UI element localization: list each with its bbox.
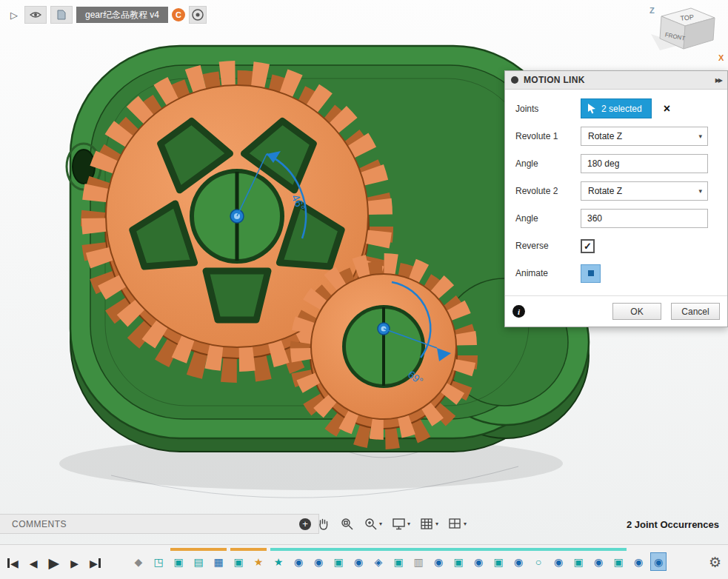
collaboration-badge[interactable]: C (172, 8, 185, 21)
angle2-row: Angle (515, 209, 718, 228)
timeline-feature-icon[interactable]: ◈ (370, 552, 387, 571)
navigation-toolbar: ▾ ▾ ▾ ▾ (315, 514, 468, 533)
zoom-magnifier-icon (364, 517, 378, 531)
timeline-joint-icon[interactable]: ◉ (550, 552, 567, 571)
browser-expand-icon[interactable]: ▷ (7, 8, 21, 22)
timeline-feature-icon[interactable]: ▣ (610, 552, 627, 571)
chevron-down-icon[interactable]: ▾ (435, 521, 438, 527)
timeline-joint-icon[interactable]: ◉ (350, 552, 367, 571)
revolute2-select[interactable]: Rotate Z ▾ (581, 181, 708, 201)
eye-icon (30, 10, 41, 19)
angle2-input[interactable] (581, 209, 708, 228)
angle1-input[interactable] (581, 154, 708, 173)
timeline-joint-icon[interactable]: ◉ (630, 552, 647, 571)
timeline-feature-icon[interactable]: ▣ (390, 552, 407, 571)
timeline-motion-link-icon[interactable]: ◉ (650, 552, 667, 571)
dialog-grip-icon (511, 76, 518, 84)
viewcube-x-axis-label: X (718, 53, 724, 62)
timeline-form-icon[interactable]: ◆ (130, 552, 147, 571)
chevron-down-icon: ▾ (698, 133, 702, 140)
revolute1-select[interactable]: Rotate Z ▾ (581, 127, 708, 146)
zoom-button[interactable]: ▾ (362, 516, 384, 532)
fit-magnifier-icon (340, 517, 354, 531)
timeline-component-icon[interactable]: ★ (270, 552, 287, 571)
document-button[interactable] (50, 6, 73, 24)
joints-selection-button[interactable]: 2 selected (581, 98, 652, 118)
play-button[interactable]: ▶ (49, 555, 60, 572)
step-forward-button[interactable]: ▶ (70, 558, 79, 569)
dialog-title: MOTION LINK (524, 75, 585, 85)
viewports-icon (448, 518, 462, 530)
dialog-footer: i OK Cancel (505, 295, 727, 327)
timeline-feature-icon[interactable]: ○ (530, 552, 547, 571)
timeline-group-bar[interactable] (270, 548, 627, 551)
timeline-feature-icon[interactable]: ▥ (410, 552, 427, 571)
reverse-row: Reverse ✓ (515, 236, 718, 255)
timeline-joint-icon[interactable]: ◉ (430, 552, 447, 571)
timeline-group-bar[interactable] (230, 548, 267, 551)
clear-selection-icon[interactable]: × (664, 103, 670, 115)
timeline-feature-icon[interactable]: ▣ (490, 552, 507, 571)
animate-row: Animate (515, 264, 718, 283)
chevron-down-icon[interactable]: ▾ (464, 521, 467, 527)
dialog-header[interactable]: MOTION LINK ▶▶ (505, 71, 727, 90)
chevron-down-icon: ▾ (698, 187, 702, 195)
dialog-collapse-icon[interactable]: ▶▶ (714, 76, 723, 85)
timeline-joint-icon[interactable]: ◉ (290, 552, 307, 571)
cancel-button[interactable]: Cancel (671, 303, 720, 320)
timeline-feature-icon[interactable]: ▦ (210, 552, 227, 571)
skip-to-end-button[interactable]: ▶ (90, 558, 101, 569)
timeline-joint-icon[interactable]: ◉ (590, 552, 607, 571)
step-back-button[interactable]: ◀ (30, 558, 38, 569)
timeline-feature-icon[interactable]: ▣ (230, 552, 247, 571)
add-comment-button[interactable]: + (299, 518, 311, 530)
timeline-group-bar[interactable] (170, 548, 227, 551)
timeline-component-icon[interactable]: ★ (250, 552, 267, 571)
pan-hand-icon (316, 517, 330, 531)
monitor-icon (392, 518, 406, 530)
document-title-tab[interactable]: gear纪念品教程 v4 (76, 7, 168, 23)
timeline-feature-icon[interactable]: ▤ (190, 552, 207, 571)
timeline-feature-icon[interactable]: ▣ (570, 552, 587, 571)
document-icon (56, 10, 67, 20)
angle1-row: Angle (515, 154, 718, 173)
comments-label: COMMENTS (12, 519, 67, 529)
timeline-sketch-icon[interactable]: ◳ (150, 552, 167, 571)
timeline-settings-gear-icon[interactable]: ⚙ (709, 554, 721, 571)
joints-row: Joints 2 selected × (515, 98, 718, 118)
display-settings-button[interactable]: ▾ (390, 517, 412, 531)
joint-occurrences-status: 2 Joint Occurrences (627, 519, 719, 530)
angle1-label: Angle (515, 158, 581, 169)
viewports-button[interactable]: ▾ (447, 517, 468, 531)
record-icon (191, 8, 204, 21)
playback-controls: ◀ ◀ ▶ ▶ ▶ (7, 555, 101, 572)
animate-button[interactable] (581, 264, 601, 283)
revolute2-row: Revolute 2 Rotate Z ▾ (515, 181, 718, 201)
comments-bar[interactable]: COMMENTS + (0, 514, 319, 534)
angle2-label: Angle (515, 213, 581, 224)
chevron-down-icon[interactable]: ▾ (407, 521, 410, 527)
timeline-joint-icon[interactable]: ◉ (310, 552, 327, 571)
visibility-button[interactable] (24, 6, 47, 24)
reverse-label: Reverse (515, 241, 581, 251)
view-cube[interactable]: TOP FRONT Z X (644, 1, 727, 70)
stop-icon (588, 270, 594, 276)
timeline-joint-icon[interactable]: ◉ (470, 552, 487, 571)
timeline-feature-icon[interactable]: ▣ (330, 552, 347, 571)
joints-label: Joints (515, 104, 581, 114)
record-button[interactable] (189, 6, 207, 24)
reverse-checkbox[interactable]: ✓ (581, 239, 595, 253)
pan-button[interactable] (315, 516, 332, 532)
timeline-joint-icon[interactable]: ◉ (510, 552, 527, 571)
info-icon[interactable]: i (512, 305, 525, 318)
revolute1-row: Revolute 1 Rotate Z ▾ (515, 127, 718, 146)
timeline-feature-icon[interactable]: ▣ (450, 552, 467, 571)
fit-button[interactable] (338, 516, 355, 532)
chevron-down-icon[interactable]: ▾ (379, 521, 382, 527)
revolute1-label: Revolute 1 (515, 131, 581, 141)
timeline-extrude-icon[interactable]: ▣ (170, 552, 187, 571)
motion-link-dialog: MOTION LINK ▶▶ Joints 2 selected × Revol… (504, 70, 728, 327)
skip-to-start-button[interactable]: ◀ (7, 558, 19, 569)
grid-layout-button[interactable]: ▾ (418, 517, 440, 531)
ok-button[interactable]: OK (612, 303, 661, 320)
